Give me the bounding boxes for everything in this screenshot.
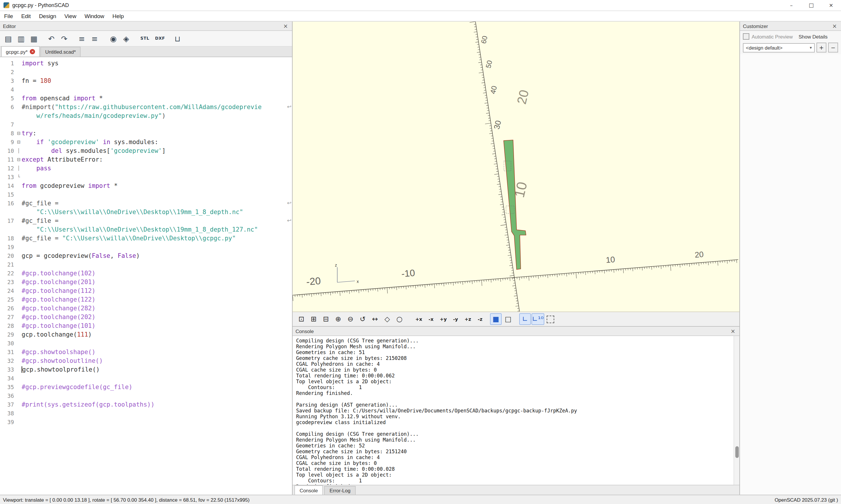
code-line-text[interactable]: try:: [22, 129, 292, 138]
print-3d-button[interactable]: ⊔: [172, 33, 183, 44]
fit-width-button[interactable]: ↔: [369, 313, 381, 325]
viewport-canvas[interactable]: -20-101020605040302010zx: [293, 22, 739, 311]
code-row[interactable]: 22#gcp.toolchange(102): [0, 269, 292, 278]
code-row[interactable]: 7: [0, 120, 292, 129]
code-line-text[interactable]: [22, 374, 292, 383]
menu-file[interactable]: File: [0, 13, 17, 19]
code-line-text[interactable]: #gcp.previewgcodefile(gc_file): [22, 383, 292, 392]
close-window-button[interactable]: ×: [821, 0, 841, 11]
code-row[interactable]: 30: [0, 339, 292, 348]
code-row[interactable]: 26#gcp.toolchange(282): [0, 304, 292, 313]
show-details-button[interactable]: Show Details: [799, 34, 827, 39]
code-row[interactable]: 21: [0, 260, 292, 269]
code-row[interactable]: 11⊟except AttributeError:: [0, 155, 292, 164]
code-line-text[interactable]: "C:\\Users\\willa\\OneDrive\\Desktop\\19…: [22, 225, 292, 234]
console-output[interactable]: Compiling design (CSG Tree generation)..…: [293, 336, 739, 485]
menu-help[interactable]: Help: [108, 13, 128, 19]
zoom-out-button[interactable]: ⊖: [345, 313, 356, 325]
code-line-text[interactable]: #gc_file =↩: [22, 199, 292, 208]
code-line-text[interactable]: #gcp.showtoolshape(): [22, 348, 292, 356]
open-file-button[interactable]: ▥: [15, 33, 27, 44]
code-line-text[interactable]: [22, 243, 292, 251]
tab-untitled-scad-[interactable]: Untitled.scad*: [40, 47, 81, 57]
code-line-text[interactable]: fn = 180: [22, 76, 292, 85]
unindent-button[interactable]: ≡: [89, 33, 101, 44]
show-axes-button[interactable]: ∟: [519, 313, 531, 325]
view-top-button[interactable]: +z: [462, 313, 474, 325]
code-row[interactable]: "C:\\Users\\willa\\OneDrive\\Desktop\\19…: [0, 225, 292, 234]
show-scale-markers-button[interactable]: ∟¹⁰: [531, 313, 544, 325]
code-line-text[interactable]: from gcodepreview import *: [22, 181, 292, 190]
code-line-text[interactable]: #gcp.toolchange(201): [22, 278, 292, 286]
code-line-text[interactable]: [22, 85, 292, 94]
redo-button[interactable]: ↷: [58, 33, 70, 44]
view-gimbal-button[interactable]: [545, 313, 556, 325]
view-right-button[interactable]: +x: [413, 313, 425, 325]
code-row[interactable]: 16#gc_file =↩: [0, 199, 292, 208]
console-scrollbar-thumb[interactable]: [735, 446, 739, 457]
menu-design[interactable]: Design: [35, 13, 60, 19]
export-stl-button[interactable]: STL: [139, 33, 151, 44]
code-line-text[interactable]: #gcp.toolchange(122): [22, 295, 292, 304]
preview-button[interactable]: ◉: [107, 33, 119, 44]
new-file-button[interactable]: ▤: [2, 33, 14, 44]
code-line-text[interactable]: #gcp.toolchange(101): [22, 321, 292, 330]
perspective-button[interactable]: ■: [490, 313, 502, 325]
3d-viewport[interactable]: -20-101020605040302010zx: [293, 22, 739, 312]
console-tab-console[interactable]: Console: [294, 485, 323, 495]
fold-marker-icon[interactable]: └: [16, 173, 22, 181]
code-row[interactable]: 31#gcp.showtoolshape(): [0, 348, 292, 356]
automatic-preview-checkbox[interactable]: [743, 33, 749, 40]
code-line-text[interactable]: from openscad import *: [22, 94, 292, 103]
code-line-text[interactable]: w/refs/heads/main/gcodepreview.py"): [22, 111, 292, 120]
console-close-icon[interactable]: ×: [730, 328, 736, 334]
code-row[interactable]: 37#print(sys.getsizeof(gcp.toolpaths)): [0, 400, 292, 409]
zoom-in-button[interactable]: ⊕: [332, 313, 344, 325]
orthographic-button[interactable]: □: [502, 313, 514, 325]
design-preset-select[interactable]: <design default> ▾: [743, 43, 815, 52]
menu-window[interactable]: Window: [80, 13, 108, 19]
view-left-button[interactable]: -x: [425, 313, 437, 325]
console-scrollbar[interactable]: [734, 336, 739, 485]
minimize-button[interactable]: –: [782, 0, 801, 11]
code-row[interactable]: "C:\\Users\\willa\\OneDrive\\Desktop\\19…: [0, 208, 292, 216]
code-row[interactable]: 6#nimport("https://raw.githubusercontent…: [0, 103, 292, 111]
menu-view[interactable]: View: [61, 13, 81, 19]
code-line-text[interactable]: #gcp.toolchange(282): [22, 304, 292, 313]
code-line-text[interactable]: [22, 120, 292, 129]
code-line-text[interactable]: pass: [22, 164, 292, 173]
fold-marker-icon[interactable]: ⊟: [16, 155, 22, 164]
save-file-button[interactable]: ▦: [28, 33, 40, 44]
menu-edit[interactable]: Edit: [17, 13, 35, 19]
code-line-text[interactable]: [22, 173, 292, 181]
code-line-text[interactable]: [22, 409, 292, 418]
code-row[interactable]: 29gcp.toolchange(111): [0, 330, 292, 339]
code-line-text[interactable]: #nimport("https://raw.githubusercontent.…: [22, 103, 292, 111]
code-row[interactable]: w/refs/heads/main/gcodepreview.py"): [0, 111, 292, 120]
code-row[interactable]: 36: [0, 392, 292, 400]
view-reset-button[interactable]: ⊞: [308, 313, 320, 325]
code-line-text[interactable]: [22, 418, 292, 427]
code-line-text[interactable]: #print(sys.getsizeof(gcp.toolpaths)): [22, 400, 292, 409]
tab-gcpgc-py-[interactable]: gcpgc.py*×: [1, 46, 40, 57]
code-row[interactable]: 3fn = 180: [0, 76, 292, 85]
zoom-region-button[interactable]: ⊟: [320, 313, 332, 325]
undo-button[interactable]: ↶: [46, 33, 57, 44]
indent-button[interactable]: ≡: [76, 33, 88, 44]
code-line-text[interactable]: except AttributeError:: [22, 155, 292, 164]
editor-close-icon[interactable]: ×: [282, 23, 289, 29]
center-view-button[interactable]: ○: [394, 313, 405, 325]
code-row[interactable]: 8⊟try:: [0, 129, 292, 138]
code-row[interactable]: 2: [0, 68, 292, 76]
code-line-text[interactable]: #gcp.toolchange(102): [22, 269, 292, 278]
code-line-text[interactable]: "C:\\Users\\willa\\OneDrive\\Desktop\\19…: [22, 208, 292, 216]
code-row[interactable]: 24#gcp.toolchange(112): [0, 286, 292, 295]
code-row[interactable]: 33gcp.showtoolprofile(): [0, 365, 292, 374]
code-row[interactable]: 15: [0, 190, 292, 199]
code-row[interactable]: 34: [0, 374, 292, 383]
customizer-close-icon[interactable]: ×: [831, 23, 838, 29]
render-button[interactable]: ◈: [120, 33, 132, 44]
fold-marker-icon[interactable]: │: [16, 146, 22, 155]
undo-view-button[interactable]: ↺: [357, 313, 368, 325]
code-row[interactable]: 17#gc_file =↩: [0, 216, 292, 225]
